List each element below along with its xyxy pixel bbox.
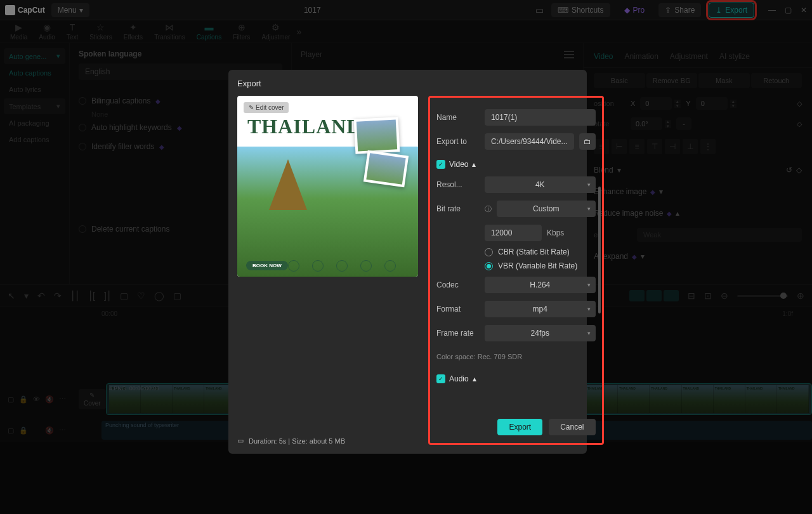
export-name-input[interactable] <box>485 109 596 126</box>
export-modal: Export ✎Edit cover THAILAND BOOK NOW ▭ D… <box>228 70 587 454</box>
modal-footer: Export Cancel <box>436 387 596 435</box>
radio-checked-icon <box>485 262 493 270</box>
edit-cover-button[interactable]: ✎Edit cover <box>244 102 289 113</box>
bitrate-value-row: Kbps <box>436 221 596 245</box>
video-section-toggle[interactable]: ✓ Video ▴ <box>436 154 596 173</box>
color-space-info: Color space: Rec. 709 SDR <box>436 345 596 368</box>
info-icon[interactable]: ⓘ <box>485 204 492 214</box>
checkbox-checked-icon: ✓ <box>436 160 445 169</box>
chevron-up-icon: ▴ <box>472 160 476 169</box>
folder-button[interactable]: 🗀 <box>579 133 596 150</box>
film-icon: ▭ <box>237 437 244 445</box>
pencil-icon: ✎ <box>249 104 254 111</box>
framerate-row: Frame rate 24fps <box>436 321 596 345</box>
format-select[interactable]: mp4 <box>485 301 596 317</box>
name-row: Name <box>436 105 596 129</box>
folder-icon: 🗀 <box>584 137 591 146</box>
export-to-row: Export to C:/Users/93444/Vide... 🗀 <box>436 129 596 154</box>
pagoda-shape <box>269 159 307 210</box>
export-path: C:/Users/93444/Vide... <box>485 133 574 150</box>
radio-icon <box>485 248 493 256</box>
cbr-radio-row[interactable]: CBR (Static Bit Rate) <box>436 245 596 259</box>
modal-body: ✎Edit cover THAILAND BOOK NOW ▭ Duration… <box>237 96 587 445</box>
scrollbar[interactable] <box>598 187 601 313</box>
bitrate-select[interactable]: Custom <box>497 201 596 217</box>
framerate-select[interactable]: 24fps <box>485 325 596 341</box>
cancel-button[interactable]: Cancel <box>549 419 595 435</box>
export-confirm-button[interactable]: Export <box>497 419 542 435</box>
cover-title: THAILAND <box>247 115 362 138</box>
book-now-badge: BOOK NOW <box>246 261 288 270</box>
resolution-select[interactable]: 4K <box>485 176 596 193</box>
modal-title: Export <box>237 79 587 88</box>
bitrate-input[interactable] <box>485 225 542 241</box>
export-settings: Name Export to C:/Users/93444/Vide... 🗀 … <box>428 96 604 445</box>
cover-icons <box>288 260 409 272</box>
resolution-row: Resol... 4K <box>436 173 596 197</box>
preview-column: ✎Edit cover THAILAND BOOK NOW ▭ Duration… <box>237 96 418 445</box>
duration-info: ▭ Duration: 5s | Size: about 5 MB <box>237 322 418 445</box>
format-row: Format mp4 <box>436 297 596 321</box>
cover-preview: ✎Edit cover THAILAND BOOK NOW <box>237 96 418 277</box>
audio-section-toggle[interactable]: ✓ Audio ▴ <box>436 368 596 387</box>
codec-select[interactable]: H.264 <box>485 277 596 293</box>
codec-row: Codec H.264 <box>436 273 596 297</box>
vbr-radio-row[interactable]: VBR (Variable Bit Rate) <box>436 259 596 273</box>
polaroid-1 <box>354 117 400 154</box>
checkbox-checked-icon: ✓ <box>436 374 445 383</box>
bitrate-row: Bit rate ⓘ Custom <box>436 197 596 221</box>
polaroid-2 <box>363 150 409 188</box>
chevron-up-icon: ▴ <box>473 374 476 383</box>
